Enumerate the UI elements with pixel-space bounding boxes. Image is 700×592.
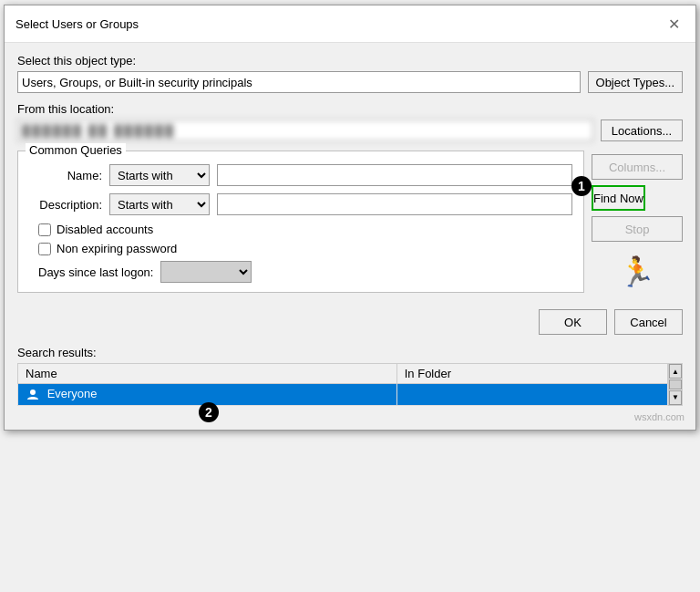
dialog-body: Select this object type: Object Types...… <box>5 43 695 346</box>
disabled-accounts-row: Disabled accounts <box>38 223 572 236</box>
close-button[interactable]: ✕ <box>663 13 685 35</box>
dialog-title: Select Users or Groups <box>15 17 139 31</box>
search-results-section: Search results: Name In Folder <box>5 346 695 422</box>
cancel-button[interactable]: Cancel <box>614 309 683 335</box>
find-now-container: 1 Find Now <box>592 185 683 211</box>
location-input[interactable] <box>17 119 593 141</box>
user-icon <box>26 388 40 402</box>
disabled-accounts-checkbox[interactable] <box>38 223 51 236</box>
header-row: Name In Folder <box>18 364 668 384</box>
location-label: From this location: <box>17 102 683 116</box>
common-queries-box: Common Queries Name: Starts with Is exac… <box>17 151 584 293</box>
scrollbar[interactable]: ▲ ▼ <box>668 363 683 406</box>
object-types-button[interactable]: Object Types... <box>588 71 683 93</box>
name-dropdown[interactable]: Starts with Is exactly Ends with Contain… <box>109 164 210 186</box>
result-folder-cell <box>396 384 667 406</box>
table-row[interactable]: Everyone <box>18 384 668 406</box>
name-text-input[interactable] <box>217 164 572 186</box>
location-row: Locations... <box>17 119 683 141</box>
disabled-accounts-label: Disabled accounts <box>57 223 153 236</box>
stop-button[interactable]: Stop <box>592 216 683 242</box>
description-row: Description: Starts with Is exactly Ends… <box>29 193 572 215</box>
search-results-label: Search results: <box>17 346 683 359</box>
description-field-label: Description: <box>29 198 102 212</box>
watermark: wsxdn.com <box>634 411 685 422</box>
running-icon: 🏃 <box>592 254 683 289</box>
non-expiring-row: Non expiring password <box>38 242 572 255</box>
title-bar: Select Users or Groups ✕ <box>5 5 695 43</box>
scroll-up-button[interactable]: ▲ <box>669 364 682 379</box>
select-users-dialog: Select Users or Groups ✕ Select this obj… <box>4 5 696 431</box>
non-expiring-label: Non expiring password <box>57 242 177 255</box>
col-folder[interactable]: In Folder <box>396 364 667 384</box>
results-area: Name In Folder Everyone <box>17 363 683 406</box>
days-logon-row: Days since last logon: 1 7 14 30 60 90 <box>38 261 572 283</box>
step-2-badge: 2 <box>199 402 219 422</box>
days-logon-label: Days since last logon: <box>38 265 153 279</box>
description-dropdown[interactable]: Starts with Is exactly Ends with Contain… <box>109 193 210 215</box>
scroll-down-button[interactable]: ▼ <box>669 390 682 405</box>
result-name: Everyone <box>47 387 98 400</box>
results-table: Name In Folder Everyone <box>17 363 668 406</box>
object-type-label: Select this object type: <box>17 54 683 68</box>
locations-button[interactable]: Locations... <box>601 119 683 141</box>
find-now-button[interactable]: Find Now <box>592 185 645 211</box>
step-1-badge: 1 <box>571 176 592 196</box>
location-group: From this location: Locations... <box>17 102 683 141</box>
main-area: Common Queries Name: Starts with Is exac… <box>17 151 683 302</box>
non-expiring-checkbox[interactable] <box>38 243 51 255</box>
svg-point-0 <box>30 389 36 395</box>
common-queries-label: Common Queries <box>26 143 126 157</box>
name-row: Name: Starts with Is exactly Ends with C… <box>29 164 572 186</box>
scroll-thumb[interactable] <box>669 379 682 389</box>
object-type-row: Object Types... <box>17 71 683 93</box>
right-buttons-column: Columns... 1 Find Now Stop 🏃 <box>592 151 683 302</box>
common-queries-content: Name: Starts with Is exactly Ends with C… <box>29 164 572 283</box>
days-logon-dropdown[interactable]: 1 7 14 30 60 90 <box>160 261 252 283</box>
object-type-input[interactable] <box>17 71 581 93</box>
results-body: Everyone <box>18 384 668 406</box>
description-text-input[interactable] <box>217 193 572 215</box>
ok-button[interactable]: OK <box>539 309 607 335</box>
results-header: Name In Folder <box>18 364 668 384</box>
columns-button[interactable]: Columns... <box>592 154 683 180</box>
step-2-container: 2 <box>195 402 219 422</box>
object-type-group: Select this object type: Object Types... <box>17 54 683 93</box>
dialog-buttons: OK Cancel <box>17 309 683 335</box>
name-field-label: Name: <box>29 169 102 182</box>
animation-icon: 🏃 <box>619 254 655 289</box>
col-name[interactable]: Name <box>18 364 397 384</box>
